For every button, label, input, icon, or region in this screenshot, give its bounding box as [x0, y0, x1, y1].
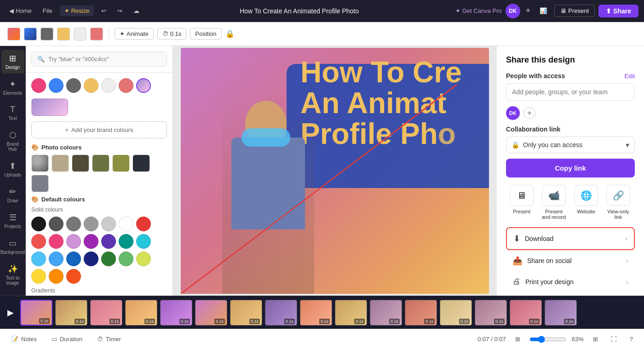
recent-color[interactable]	[101, 78, 116, 93]
share-action-present[interactable]: 🖥 Present	[510, 185, 534, 220]
timeline-thumb-14[interactable]: 0.1s	[475, 300, 507, 326]
solid-color[interactable]	[31, 217, 46, 231]
help-button[interactable]: ?	[626, 334, 637, 344]
sidebar-item-brand-hub[interactable]: ⬡ Brand Hub	[1, 126, 24, 155]
home-button[interactable]: ◀ Home	[6, 6, 35, 16]
copy-link-button[interactable]: Copy link	[506, 159, 635, 177]
more-menu-item[interactable]: ··· More ›	[506, 292, 635, 296]
recent-gradient-color[interactable]	[136, 78, 151, 93]
position-button[interactable]: Position	[190, 28, 221, 40]
timeline-thumb-2[interactable]: 0.1s	[55, 300, 87, 326]
sidebar-item-text[interactable]: T Text	[1, 101, 24, 125]
duration-button[interactable]: ▭ Duration	[48, 334, 86, 344]
zoom-slider[interactable]	[529, 336, 566, 343]
photo-color-2[interactable]	[52, 154, 69, 172]
download-menu-item[interactable]: ⬇ Download ›	[506, 227, 635, 250]
share-social-menu-item[interactable]: 📤 Share on social ›	[506, 250, 635, 271]
photo-color-1[interactable]	[31, 154, 49, 172]
solid-color[interactable]	[84, 252, 98, 266]
color-swatch-4[interactable]	[57, 28, 70, 40]
file-button[interactable]: File	[39, 6, 56, 16]
color-swatch[interactable]	[7, 28, 20, 40]
recent-color[interactable]	[66, 78, 81, 93]
solid-color[interactable]	[49, 217, 63, 231]
solid-color[interactable]	[136, 234, 151, 249]
color-swatch-3[interactable]	[40, 28, 53, 40]
add-brand-button[interactable]: + Add your brand colours	[31, 121, 167, 138]
solid-color[interactable]	[84, 217, 98, 231]
solid-color[interactable]	[101, 252, 116, 266]
solid-color[interactable]	[136, 217, 151, 231]
recent-color[interactable]	[119, 78, 133, 93]
solid-color[interactable]	[101, 217, 116, 231]
add-person-button[interactable]: +	[523, 107, 535, 119]
timeline-thumb-5[interactable]: 0.1s	[160, 300, 192, 326]
sidebar-item-elements[interactable]: ✦ Elements	[1, 75, 24, 99]
edit-link[interactable]: Edit	[625, 73, 635, 80]
present-button[interactable]: 🖥 Present	[554, 5, 595, 17]
canva-pro-button[interactable]: ✦ Get Canva Pro	[455, 7, 502, 14]
recent-color[interactable]	[31, 78, 46, 93]
solid-color[interactable]	[49, 252, 63, 266]
resize-button[interactable]: ✦ Resize	[60, 6, 94, 16]
fullscreen-button[interactable]: ⛶	[607, 334, 621, 344]
timeline-thumb-10[interactable]: 0.1s	[335, 300, 367, 326]
collab-access-dropdown[interactable]: Only you can access	[506, 137, 635, 153]
analytics-button[interactable]: 📊	[536, 6, 551, 16]
canvas[interactable]: How To CreAn AnimatProfile Pho	[181, 48, 489, 294]
solid-color[interactable]	[66, 269, 81, 284]
fit-screen-button[interactable]: ⊞	[512, 334, 524, 344]
solid-color[interactable]	[49, 269, 63, 284]
sidebar-item-projects[interactable]: ☰ Projects	[1, 209, 24, 233]
timeline-thumb-7[interactable]: 0.1s	[230, 300, 262, 326]
timeline-thumb-4[interactable]: 0.1s	[125, 300, 157, 326]
timeline-thumb-15[interactable]: 0.1s	[510, 300, 542, 326]
timeline-thumb-3[interactable]: 0.1s	[90, 300, 122, 326]
photo-color-4[interactable]	[92, 154, 109, 172]
solid-color[interactable]	[119, 217, 133, 231]
solid-color[interactable]	[31, 234, 46, 249]
solid-color[interactable]	[136, 252, 151, 266]
notes-button[interactable]: 📝 Notes	[7, 334, 40, 344]
duration-button[interactable]: ⏱ 0.1s	[157, 28, 187, 40]
photo-color-5[interactable]	[112, 154, 130, 172]
color-swatch-2[interactable]	[24, 28, 37, 40]
photo-color-7[interactable]	[31, 175, 49, 192]
solid-color[interactable]	[66, 217, 81, 231]
photo-color-3[interactable]	[72, 154, 89, 172]
photo-color-6[interactable]	[132, 154, 150, 172]
recent-color[interactable]	[84, 78, 98, 93]
undo-button[interactable]: ↩	[98, 6, 110, 16]
search-box[interactable]: 🔍	[31, 51, 167, 67]
timeline-thumb-12[interactable]: 0.1s	[405, 300, 437, 326]
grid-view-button[interactable]: ⊞	[589, 334, 602, 344]
timeline-thumb-1[interactable]: 0.1s	[20, 300, 52, 326]
sidebar-item-background[interactable]: ▭ Background	[1, 235, 24, 258]
share-action-view-only[interactable]: 🔗 View-only link	[605, 185, 631, 220]
share-button[interactable]: ⬆ Share	[598, 5, 638, 17]
solid-color[interactable]	[119, 252, 133, 266]
color-swatch-5[interactable]	[74, 28, 86, 40]
sidebar-item-text-to-image[interactable]: ✨ Text to Image	[1, 260, 24, 289]
solid-color[interactable]	[31, 252, 46, 266]
solid-color[interactable]	[31, 269, 46, 284]
solid-color[interactable]	[101, 234, 116, 249]
brand-gradient[interactable]	[31, 98, 68, 116]
timeline-thumb-11[interactable]: 0.1s	[370, 300, 402, 326]
solid-color[interactable]	[66, 234, 81, 249]
search-input[interactable]	[48, 56, 161, 63]
print-menu-item[interactable]: 🖨 Print your design ›	[506, 271, 635, 292]
timeline-thumb-9[interactable]: 0.1s	[300, 300, 332, 326]
add-collaborator-button[interactable]: +	[524, 4, 533, 17]
play-button[interactable]: ▶	[6, 306, 16, 320]
timeline-thumb-13[interactable]: 0.1s	[440, 300, 472, 326]
cloud-button[interactable]: ☁	[130, 6, 143, 16]
timeline-thumb-6[interactable]: 0.1s	[195, 300, 227, 326]
sidebar-item-uploads[interactable]: ⬆ Uploads	[1, 157, 24, 181]
solid-color[interactable]	[84, 234, 98, 249]
solid-color[interactable]	[119, 234, 133, 249]
solid-color[interactable]	[49, 234, 63, 249]
timeline-thumb-8[interactable]: 0.1s	[265, 300, 297, 326]
lock-icon[interactable]: 🔒	[225, 29, 235, 38]
add-people-input[interactable]	[506, 83, 635, 101]
